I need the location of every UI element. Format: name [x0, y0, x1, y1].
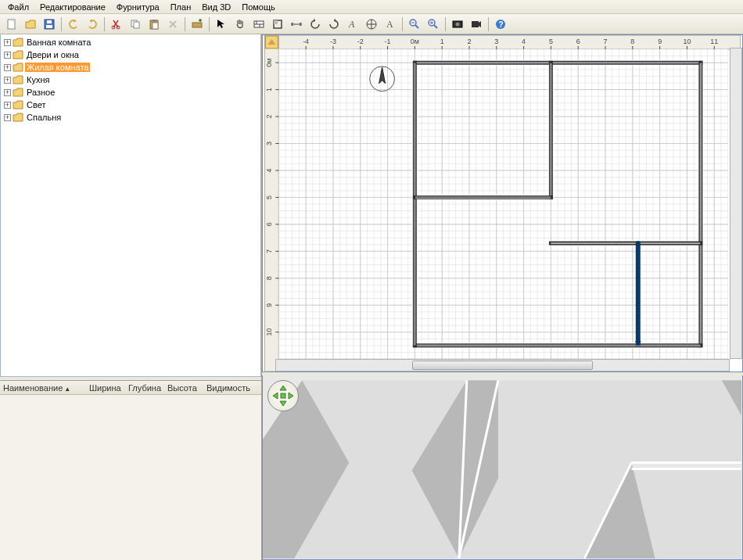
room-button[interactable] — [269, 16, 286, 33]
vertical-scrollbar[interactable] — [730, 48, 742, 359]
rotate-right-icon — [328, 18, 340, 31]
svg-text:3: 3 — [265, 142, 273, 145]
svg-text:9: 9 — [265, 303, 273, 307]
paste-button[interactable] — [145, 16, 163, 33]
svg-text:11: 11 — [710, 38, 718, 45]
catalog-item[interactable]: +Ванная комната — [2, 36, 259, 48]
menu-view3d[interactable]: Вид 3D — [197, 2, 235, 13]
menu-help[interactable]: Помощь — [237, 2, 280, 13]
cut-button[interactable] — [108, 16, 125, 33]
horizontal-scrollbar[interactable] — [275, 359, 730, 372]
open-icon — [24, 18, 37, 31]
expand-icon[interactable]: + — [4, 102, 11, 109]
plan-canvas[interactable]: -4-3-2-10м12345678910110м12345678910 — [263, 35, 742, 372]
svg-rect-31 — [472, 21, 479, 27]
dimension-button[interactable] — [288, 16, 305, 33]
view3d-navigation-widget[interactable] — [267, 380, 299, 411]
toolbar-separator — [445, 17, 446, 31]
catalog-item[interactable]: +Жилая комната — [2, 61, 259, 74]
catalog-item[interactable]: +Разное — [2, 86, 259, 99]
expand-icon[interactable]: + — [4, 89, 11, 96]
redo-button[interactable] — [84, 16, 101, 33]
column-depth[interactable]: Глубина — [128, 383, 167, 393]
selected-wall[interactable] — [635, 241, 641, 346]
save-icon — [43, 18, 56, 31]
save-button[interactable] — [41, 16, 58, 33]
toolbar-separator — [61, 17, 62, 31]
wall-icon — [253, 18, 265, 31]
svg-text:3: 3 — [494, 38, 498, 45]
video-button[interactable] — [468, 16, 485, 33]
view3d-canvas[interactable] — [263, 375, 742, 559]
catalog-item-label: Кухня — [25, 75, 51, 84]
svg-text:9: 9 — [658, 38, 662, 45]
menu-file[interactable]: Файл — [3, 2, 34, 13]
toolbar: A A ? — [0, 14, 743, 34]
menu-edit[interactable]: Редактирование — [35, 2, 110, 13]
catalog-item[interactable]: +Свет — [2, 99, 259, 111]
wall-button[interactable] — [250, 16, 267, 33]
zoom-out-button[interactable] — [406, 16, 423, 33]
new-button[interactable] — [3, 16, 20, 33]
text2-button[interactable]: A — [382, 16, 399, 33]
catalog-item[interactable]: +Кухня — [2, 74, 259, 86]
rotate-left-button[interactable] — [307, 16, 324, 33]
column-visibility[interactable]: Видимость — [206, 383, 253, 393]
add-furniture-button[interactable] — [188, 16, 206, 33]
rotate-right-button[interactable] — [325, 16, 343, 33]
add-furniture-icon — [191, 18, 203, 31]
plan-2d-view[interactable]: -4-3-2-10м12345678910110м12345678910 — [262, 34, 743, 372]
help-button[interactable]: ? — [492, 16, 509, 33]
svg-text:1: 1 — [440, 38, 444, 45]
rotate-left-icon — [309, 18, 321, 31]
svg-text:5: 5 — [549, 38, 553, 45]
svg-text:1: 1 — [265, 88, 273, 92]
svg-rect-7 — [134, 22, 139, 28]
furniture-catalog-tree[interactable]: +Ванная комната+Двери и окна+Жилая комна… — [0, 34, 261, 377]
text-icon: A — [346, 18, 359, 31]
column-height[interactable]: Высота — [167, 383, 206, 393]
compass-tool-button[interactable] — [363, 16, 380, 33]
catalog-item-label: Разное — [25, 88, 56, 97]
svg-text:-2: -2 — [357, 38, 364, 45]
catalog-item[interactable]: +Двери и окна — [2, 48, 259, 61]
photo-icon — [451, 18, 464, 31]
copy-icon — [129, 18, 142, 31]
svg-text:A: A — [348, 19, 355, 30]
menu-plan[interactable]: План — [166, 2, 196, 13]
zoom-in-button[interactable] — [425, 16, 442, 33]
svg-rect-10 — [153, 23, 158, 29]
column-name[interactable]: Наименование▲ — [3, 383, 89, 393]
delete-icon — [167, 18, 179, 31]
undo-button[interactable] — [65, 16, 82, 33]
menubar: Файл Редактирование Фурнитура План Вид 3… — [0, 0, 743, 14]
svg-text:4: 4 — [265, 168, 273, 172]
plan-3d-view[interactable] — [262, 375, 743, 560]
expand-icon[interactable]: + — [4, 114, 11, 121]
copy-button[interactable] — [127, 16, 144, 33]
menu-furniture[interactable]: Фурнитура — [112, 2, 164, 13]
expand-icon[interactable]: + — [4, 64, 11, 71]
scrollbar-thumb[interactable] — [412, 361, 594, 370]
svg-text:10: 10 — [265, 328, 273, 336]
delete-button[interactable] — [164, 16, 181, 33]
svg-text:7: 7 — [265, 249, 273, 253]
paste-icon — [148, 18, 160, 31]
home-origin-icon[interactable] — [265, 36, 278, 48]
select-button[interactable] — [213, 16, 230, 33]
svg-text:8: 8 — [265, 276, 273, 280]
column-width[interactable]: Ширина — [89, 383, 128, 393]
svg-rect-11 — [192, 23, 202, 27]
pan-button[interactable] — [232, 16, 249, 33]
text2-icon: A — [384, 18, 397, 31]
text-button[interactable]: A — [344, 16, 361, 33]
catalog-item[interactable]: +Спальня — [2, 111, 259, 124]
svg-rect-2 — [46, 25, 52, 28]
expand-icon[interactable]: + — [4, 77, 11, 84]
photo-button[interactable] — [449, 16, 466, 33]
svg-line-26 — [434, 25, 437, 28]
open-button[interactable] — [22, 16, 39, 33]
expand-icon[interactable]: + — [4, 52, 11, 59]
expand-icon[interactable]: + — [4, 39, 11, 46]
zoom-out-icon — [408, 18, 421, 31]
